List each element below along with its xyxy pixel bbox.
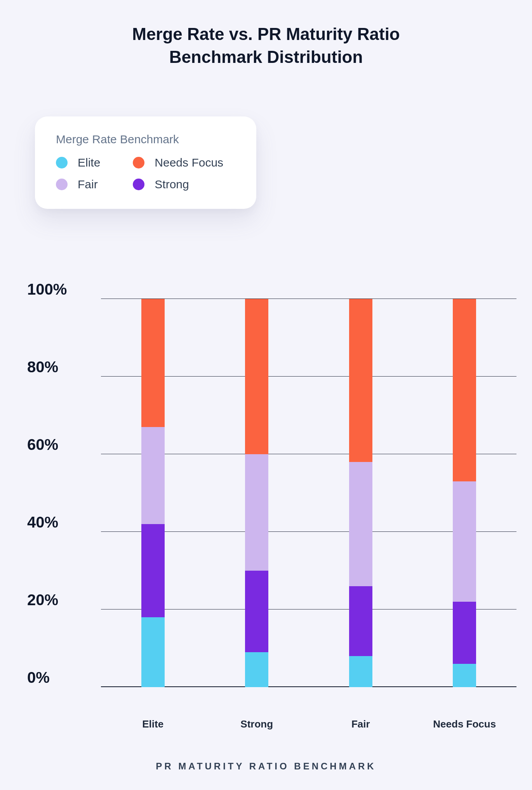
y-axis: 0% 20% 40% 60% 80% 100% xyxy=(27,299,93,687)
bar-segment xyxy=(141,617,165,687)
bar-segment xyxy=(245,454,268,571)
bar-segment xyxy=(141,524,165,617)
bar-segment xyxy=(349,299,372,462)
bar-segment xyxy=(453,299,476,481)
y-tick: 80% xyxy=(27,358,89,376)
legend-label: Strong xyxy=(155,178,189,191)
chart-area: 0% 20% 40% 60% 80% 100% EliteStrongFairN… xyxy=(27,299,516,687)
y-tick: 60% xyxy=(27,436,89,453)
legend-item-elite: Elite xyxy=(56,156,129,169)
bar-column xyxy=(349,299,372,687)
legend-label: Fair xyxy=(78,178,98,191)
swatch-icon xyxy=(56,179,68,190)
legend: Merge Rate Benchmark Elite Needs Focus F… xyxy=(35,116,256,209)
bar-column xyxy=(141,299,165,687)
bar-segment xyxy=(349,462,372,586)
y-tick: 20% xyxy=(27,591,89,609)
bar-column xyxy=(453,299,476,687)
x-axis-title: PR MATURITY RATIO BENCHMARK xyxy=(0,761,532,772)
bar-segment xyxy=(245,299,268,454)
bar-segment xyxy=(453,602,476,664)
legend-item-strong: Strong xyxy=(133,178,235,191)
y-tick: 40% xyxy=(27,514,89,531)
plot-area xyxy=(101,299,516,687)
x-tick-label: Elite xyxy=(110,718,196,730)
bar-segment xyxy=(453,481,476,602)
swatch-icon xyxy=(133,179,144,190)
legend-label: Elite xyxy=(78,156,100,169)
legend-items: Elite Needs Focus Fair Strong xyxy=(56,156,235,191)
bar-column xyxy=(245,299,268,687)
chart-title: Merge Rate vs. PR Maturity Ratio Benchma… xyxy=(0,0,532,69)
swatch-icon xyxy=(56,157,68,168)
legend-item-needs-focus: Needs Focus xyxy=(133,156,235,169)
chart-title-line1: Merge Rate vs. PR Maturity Ratio xyxy=(132,24,400,43)
bars-container xyxy=(101,299,516,687)
x-tick-label: Needs Focus xyxy=(422,718,507,730)
bar-segment xyxy=(349,586,372,656)
legend-item-fair: Fair xyxy=(56,178,129,191)
x-tick-label: Strong xyxy=(214,718,299,730)
y-tick: 100% xyxy=(27,281,89,298)
bar-segment xyxy=(141,427,165,524)
bar-segment xyxy=(245,652,268,687)
bar-segment xyxy=(141,299,165,427)
swatch-icon xyxy=(133,157,144,168)
x-axis-labels: EliteStrongFairNeeds Focus xyxy=(101,718,516,730)
bar-segment xyxy=(349,656,372,687)
chart-title-line2: Benchmark Distribution xyxy=(169,47,363,66)
bar-segment xyxy=(245,571,268,652)
bar-segment xyxy=(453,664,476,687)
legend-title: Merge Rate Benchmark xyxy=(56,133,235,146)
legend-label: Needs Focus xyxy=(155,156,223,169)
x-tick-label: Fair xyxy=(318,718,403,730)
y-tick: 0% xyxy=(27,669,89,686)
